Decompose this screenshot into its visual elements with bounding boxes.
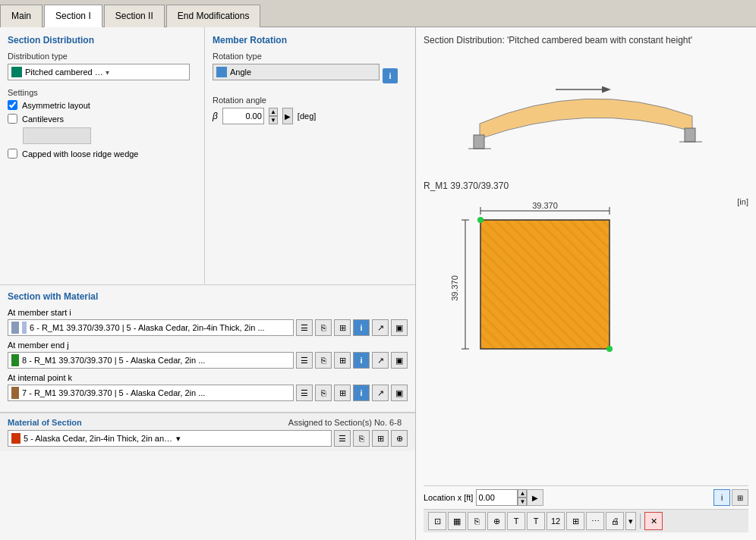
svg-rect-4 (685, 128, 695, 142)
location-input[interactable] (476, 489, 518, 506)
asymmetric-layout-checkbox[interactable] (8, 100, 17, 110)
tb-paste-btn[interactable]: ⊕ (487, 512, 506, 530)
internal-section-selector[interactable]: 7 - R_M1 39.370/39.370 | 5 - Alaska Ceda… (8, 385, 294, 401)
distribution-type-dropdown[interactable]: Pitched cambered beam with constant... ▾ (8, 64, 190, 80)
tab-section-ii[interactable]: Section II (104, 5, 165, 27)
material-selector[interactable]: 5 - Alaska Cedar, 2in-4in Thick, 2in and… (8, 430, 332, 447)
start-color1 (11, 322, 19, 334)
distribution-type-label: Distribution type (8, 52, 197, 61)
section-distribution-panel: Section Distribution Distribution type P… (0, 27, 205, 284)
start-member-label: At member start i (8, 308, 408, 317)
tb-close-btn[interactable]: ✕ (644, 512, 663, 530)
rotation-color-box (216, 67, 227, 77)
start-section-selector[interactable]: 6 - R_M1 39.370/39.370 | 5 - Alaska Ceda… (8, 319, 294, 336)
tb-select-btn[interactable]: ⊡ (428, 512, 446, 530)
filter-button-right[interactable]: ⊞ (732, 489, 748, 506)
material-paste-btn[interactable]: ⊞ (372, 430, 389, 447)
material-section-label: Material of Section (8, 418, 82, 427)
location-down-btn[interactable]: ▼ (518, 498, 527, 506)
cantilevers-row: Cantilevers (8, 114, 197, 124)
unit-in-label: [in] (737, 197, 748, 206)
internal-copy-btn[interactable]: ⎘ (315, 385, 332, 401)
distribution-color-box (11, 67, 22, 77)
section-distribution-title: Section Distribution (8, 35, 197, 46)
internal-color1 (11, 387, 19, 399)
material-value: 5 - Alaska Cedar, 2in-4in Thick, 2in and… (24, 434, 176, 443)
end-info-btn[interactable]: i (353, 352, 370, 369)
capped-checkbox[interactable] (8, 149, 17, 159)
rotation-type-dropdown[interactable]: Angle (213, 64, 380, 80)
material-list-btn[interactable]: ☰ (334, 430, 351, 447)
internal-paste-btn[interactable]: ⊞ (334, 385, 351, 401)
start-member-row: 6 - R_M1 39.370/39.370 | 5 - Alaska Ceda… (8, 319, 408, 336)
material-dropdown-arrow: ▾ (176, 434, 329, 444)
end-arrow-btn[interactable]: ↗ (372, 352, 389, 369)
internal-filter-btn[interactable]: ▣ (391, 385, 408, 401)
angle-stepper: ▲ ▼ (269, 108, 278, 124)
angle-input[interactable] (222, 108, 264, 124)
end-member-row: 8 - R_M1 39.370/39.370 | 5 - Alaska Ceda… (8, 352, 408, 369)
tb-text2-btn[interactable]: T (527, 512, 545, 530)
svg-rect-2 (474, 135, 484, 149)
rotation-angle-label: Rotation angle (213, 96, 402, 105)
capped-row: Capped with loose ridge wedge (8, 149, 197, 159)
tb-rect-btn[interactable]: ▦ (448, 512, 466, 530)
start-arrow-btn[interactable]: ↗ (372, 319, 389, 336)
tb-dots-btn[interactable]: ⋯ (586, 512, 604, 530)
svg-rect-16 (480, 220, 610, 349)
material-copy-btn[interactable]: ⎘ (353, 430, 370, 447)
rotation-info-button[interactable]: i (383, 68, 398, 83)
tab-section-i[interactable]: Section I (44, 5, 102, 27)
material-of-section-panel: Material of Section Assigned to Section(… (0, 413, 415, 451)
angle-expand-button[interactable]: ▶ (282, 108, 293, 124)
beta-label: β (213, 111, 218, 121)
start-copy-btn[interactable]: ⎘ (315, 319, 332, 336)
tb-copy-btn[interactable]: ⎘ (468, 512, 486, 530)
start-paste-btn[interactable]: ⊞ (334, 319, 351, 336)
tb-print-btn[interactable]: 🖨 (606, 512, 624, 530)
tb-text-btn[interactable]: T (507, 512, 525, 530)
internal-info-btn[interactable]: i (353, 385, 370, 401)
start-info-btn[interactable]: i (353, 319, 370, 336)
top-left-section: Section Distribution Distribution type P… (0, 27, 415, 285)
material-color-box (11, 433, 20, 444)
end-list-btn[interactable]: ☰ (296, 352, 313, 369)
tb-print-dropdown: ▾ (625, 512, 636, 530)
location-expand-btn[interactable]: ▶ (527, 489, 543, 506)
end-section-selector[interactable]: 8 - R_M1 39.370/39.370 | 5 - Alaska Ceda… (8, 352, 294, 369)
angle-up-button[interactable]: ▲ (269, 108, 278, 116)
cross-section-diagram-container: 39.370 39.370 [in] (424, 197, 748, 485)
tb-print-arrow-btn[interactable]: ▾ (625, 512, 636, 530)
angle-down-button[interactable]: ▼ (269, 116, 278, 124)
member-rotation-title: Member Rotation (213, 35, 402, 46)
dropdown-arrow: ▾ (106, 68, 186, 77)
start-list-btn[interactable]: ☰ (296, 319, 313, 336)
tab-main[interactable]: Main (0, 5, 43, 27)
cantilevers-checkbox[interactable] (8, 114, 17, 124)
start-color2 (22, 322, 27, 334)
distribution-value: Pitched cambered beam with constant... (25, 68, 106, 77)
location-up-btn[interactable]: ▲ (518, 489, 527, 498)
right-toolbar: i ⊞ (713, 489, 748, 506)
internal-list-btn[interactable]: ☰ (296, 385, 313, 401)
tb-num-btn[interactable]: 12 (547, 512, 565, 530)
rotation-type-label: Rotation type (213, 52, 402, 61)
section-dist-display-title: Section Distribution: 'Pitched cambered … (424, 35, 748, 46)
start-filter-btn[interactable]: ▣ (391, 319, 408, 336)
end-copy-btn[interactable]: ⎘ (315, 352, 332, 369)
angle-unit: [deg] (298, 111, 316, 121)
internal-arrow-btn[interactable]: ↗ (372, 385, 389, 401)
end-filter-btn[interactable]: ▣ (391, 352, 408, 369)
material-import-btn[interactable]: ⊕ (391, 430, 408, 447)
rotation-angle-row: β ▲ ▼ ▶ [deg] (213, 108, 402, 124)
bottom-left-section: Section with Material At member start i … (0, 285, 415, 540)
tab-end-modifications[interactable]: End Modifications (166, 5, 261, 27)
beam-diagram (424, 52, 748, 173)
cross-section-area: R_M1 39.370/39.370 39.370 (424, 181, 748, 532)
svg-point-17 (477, 217, 484, 223)
right-panel: Section Distribution: 'Pitched cambered … (416, 27, 756, 540)
end-paste-btn[interactable]: ⊞ (334, 352, 351, 369)
info-button-right[interactable]: i (713, 489, 730, 506)
svg-point-18 (606, 346, 613, 352)
tb-grid-btn[interactable]: ⊞ (566, 512, 584, 530)
